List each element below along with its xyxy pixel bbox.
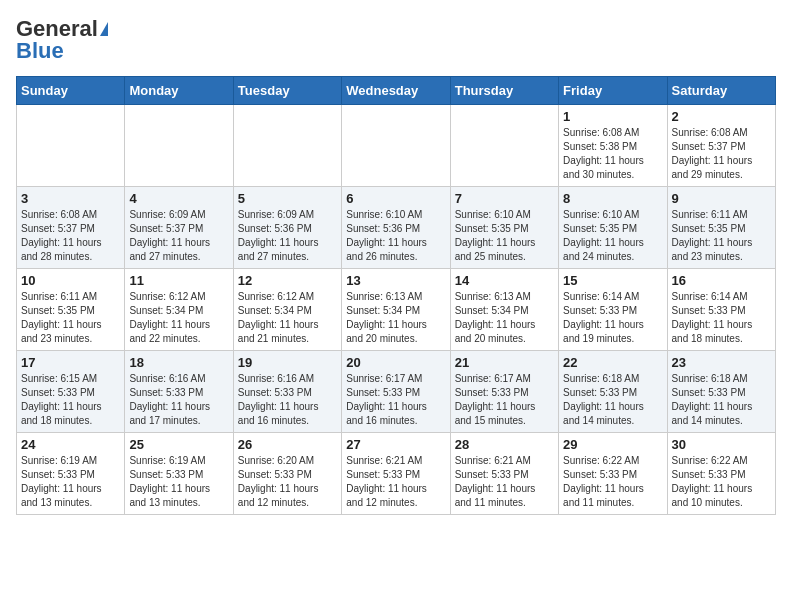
day-info: Sunrise: 6:08 AM Sunset: 5:38 PM Dayligh… xyxy=(563,126,662,182)
day-cell xyxy=(450,105,558,187)
day-number: 5 xyxy=(238,191,337,206)
day-number: 27 xyxy=(346,437,445,452)
day-cell: 9Sunrise: 6:11 AM Sunset: 5:35 PM Daylig… xyxy=(667,187,775,269)
day-number: 14 xyxy=(455,273,554,288)
day-info: Sunrise: 6:17 AM Sunset: 5:33 PM Dayligh… xyxy=(346,372,445,428)
day-number: 18 xyxy=(129,355,228,370)
day-cell: 23Sunrise: 6:18 AM Sunset: 5:33 PM Dayli… xyxy=(667,351,775,433)
day-info: Sunrise: 6:11 AM Sunset: 5:35 PM Dayligh… xyxy=(21,290,120,346)
header-thursday: Thursday xyxy=(450,77,558,105)
day-info: Sunrise: 6:08 AM Sunset: 5:37 PM Dayligh… xyxy=(21,208,120,264)
day-cell: 4Sunrise: 6:09 AM Sunset: 5:37 PM Daylig… xyxy=(125,187,233,269)
day-cell: 1Sunrise: 6:08 AM Sunset: 5:38 PM Daylig… xyxy=(559,105,667,187)
header-wednesday: Wednesday xyxy=(342,77,450,105)
header-friday: Friday xyxy=(559,77,667,105)
day-info: Sunrise: 6:11 AM Sunset: 5:35 PM Dayligh… xyxy=(672,208,771,264)
day-info: Sunrise: 6:12 AM Sunset: 5:34 PM Dayligh… xyxy=(129,290,228,346)
day-number: 12 xyxy=(238,273,337,288)
day-number: 7 xyxy=(455,191,554,206)
day-cell: 15Sunrise: 6:14 AM Sunset: 5:33 PM Dayli… xyxy=(559,269,667,351)
day-cell: 16Sunrise: 6:14 AM Sunset: 5:33 PM Dayli… xyxy=(667,269,775,351)
day-number: 13 xyxy=(346,273,445,288)
day-cell: 30Sunrise: 6:22 AM Sunset: 5:33 PM Dayli… xyxy=(667,433,775,515)
week-row-3: 10Sunrise: 6:11 AM Sunset: 5:35 PM Dayli… xyxy=(17,269,776,351)
day-info: Sunrise: 6:10 AM Sunset: 5:36 PM Dayligh… xyxy=(346,208,445,264)
day-cell: 21Sunrise: 6:17 AM Sunset: 5:33 PM Dayli… xyxy=(450,351,558,433)
day-info: Sunrise: 6:19 AM Sunset: 5:33 PM Dayligh… xyxy=(129,454,228,510)
day-cell: 7Sunrise: 6:10 AM Sunset: 5:35 PM Daylig… xyxy=(450,187,558,269)
day-number: 4 xyxy=(129,191,228,206)
day-cell: 5Sunrise: 6:09 AM Sunset: 5:36 PM Daylig… xyxy=(233,187,341,269)
day-info: Sunrise: 6:12 AM Sunset: 5:34 PM Dayligh… xyxy=(238,290,337,346)
day-info: Sunrise: 6:22 AM Sunset: 5:33 PM Dayligh… xyxy=(672,454,771,510)
day-cell: 26Sunrise: 6:20 AM Sunset: 5:33 PM Dayli… xyxy=(233,433,341,515)
day-cell: 13Sunrise: 6:13 AM Sunset: 5:34 PM Dayli… xyxy=(342,269,450,351)
day-cell: 17Sunrise: 6:15 AM Sunset: 5:33 PM Dayli… xyxy=(17,351,125,433)
logo-triangle-icon xyxy=(100,22,108,36)
day-info: Sunrise: 6:16 AM Sunset: 5:33 PM Dayligh… xyxy=(129,372,228,428)
day-number: 17 xyxy=(21,355,120,370)
day-number: 9 xyxy=(672,191,771,206)
week-row-4: 17Sunrise: 6:15 AM Sunset: 5:33 PM Dayli… xyxy=(17,351,776,433)
header-sunday: Sunday xyxy=(17,77,125,105)
day-number: 28 xyxy=(455,437,554,452)
day-cell xyxy=(233,105,341,187)
day-info: Sunrise: 6:14 AM Sunset: 5:33 PM Dayligh… xyxy=(563,290,662,346)
logo-blue: Blue xyxy=(16,38,64,64)
week-row-5: 24Sunrise: 6:19 AM Sunset: 5:33 PM Dayli… xyxy=(17,433,776,515)
day-info: Sunrise: 6:22 AM Sunset: 5:33 PM Dayligh… xyxy=(563,454,662,510)
day-info: Sunrise: 6:09 AM Sunset: 5:36 PM Dayligh… xyxy=(238,208,337,264)
calendar-table: SundayMondayTuesdayWednesdayThursdayFrid… xyxy=(16,76,776,515)
day-info: Sunrise: 6:13 AM Sunset: 5:34 PM Dayligh… xyxy=(455,290,554,346)
day-info: Sunrise: 6:09 AM Sunset: 5:37 PM Dayligh… xyxy=(129,208,228,264)
day-cell: 27Sunrise: 6:21 AM Sunset: 5:33 PM Dayli… xyxy=(342,433,450,515)
day-cell: 14Sunrise: 6:13 AM Sunset: 5:34 PM Dayli… xyxy=(450,269,558,351)
day-info: Sunrise: 6:20 AM Sunset: 5:33 PM Dayligh… xyxy=(238,454,337,510)
day-info: Sunrise: 6:21 AM Sunset: 5:33 PM Dayligh… xyxy=(455,454,554,510)
day-info: Sunrise: 6:08 AM Sunset: 5:37 PM Dayligh… xyxy=(672,126,771,182)
day-cell: 28Sunrise: 6:21 AM Sunset: 5:33 PM Dayli… xyxy=(450,433,558,515)
day-number: 24 xyxy=(21,437,120,452)
day-number: 30 xyxy=(672,437,771,452)
day-info: Sunrise: 6:18 AM Sunset: 5:33 PM Dayligh… xyxy=(672,372,771,428)
day-cell: 19Sunrise: 6:16 AM Sunset: 5:33 PM Dayli… xyxy=(233,351,341,433)
day-info: Sunrise: 6:13 AM Sunset: 5:34 PM Dayligh… xyxy=(346,290,445,346)
day-cell xyxy=(125,105,233,187)
day-number: 2 xyxy=(672,109,771,124)
day-number: 3 xyxy=(21,191,120,206)
day-number: 11 xyxy=(129,273,228,288)
day-number: 16 xyxy=(672,273,771,288)
day-number: 6 xyxy=(346,191,445,206)
page-header: General Blue xyxy=(16,16,776,64)
week-row-2: 3Sunrise: 6:08 AM Sunset: 5:37 PM Daylig… xyxy=(17,187,776,269)
day-cell: 12Sunrise: 6:12 AM Sunset: 5:34 PM Dayli… xyxy=(233,269,341,351)
day-cell: 25Sunrise: 6:19 AM Sunset: 5:33 PM Dayli… xyxy=(125,433,233,515)
day-info: Sunrise: 6:14 AM Sunset: 5:33 PM Dayligh… xyxy=(672,290,771,346)
day-cell xyxy=(17,105,125,187)
day-number: 15 xyxy=(563,273,662,288)
day-cell: 18Sunrise: 6:16 AM Sunset: 5:33 PM Dayli… xyxy=(125,351,233,433)
day-cell: 20Sunrise: 6:17 AM Sunset: 5:33 PM Dayli… xyxy=(342,351,450,433)
day-info: Sunrise: 6:10 AM Sunset: 5:35 PM Dayligh… xyxy=(455,208,554,264)
day-cell: 10Sunrise: 6:11 AM Sunset: 5:35 PM Dayli… xyxy=(17,269,125,351)
day-number: 22 xyxy=(563,355,662,370)
day-number: 10 xyxy=(21,273,120,288)
day-number: 8 xyxy=(563,191,662,206)
day-number: 29 xyxy=(563,437,662,452)
day-cell: 29Sunrise: 6:22 AM Sunset: 5:33 PM Dayli… xyxy=(559,433,667,515)
day-number: 25 xyxy=(129,437,228,452)
day-cell: 2Sunrise: 6:08 AM Sunset: 5:37 PM Daylig… xyxy=(667,105,775,187)
week-row-1: 1Sunrise: 6:08 AM Sunset: 5:38 PM Daylig… xyxy=(17,105,776,187)
day-cell: 24Sunrise: 6:19 AM Sunset: 5:33 PM Dayli… xyxy=(17,433,125,515)
day-cell: 22Sunrise: 6:18 AM Sunset: 5:33 PM Dayli… xyxy=(559,351,667,433)
day-info: Sunrise: 6:16 AM Sunset: 5:33 PM Dayligh… xyxy=(238,372,337,428)
day-number: 1 xyxy=(563,109,662,124)
header-tuesday: Tuesday xyxy=(233,77,341,105)
day-info: Sunrise: 6:17 AM Sunset: 5:33 PM Dayligh… xyxy=(455,372,554,428)
day-info: Sunrise: 6:21 AM Sunset: 5:33 PM Dayligh… xyxy=(346,454,445,510)
day-cell: 11Sunrise: 6:12 AM Sunset: 5:34 PM Dayli… xyxy=(125,269,233,351)
day-info: Sunrise: 6:15 AM Sunset: 5:33 PM Dayligh… xyxy=(21,372,120,428)
header-monday: Monday xyxy=(125,77,233,105)
day-number: 23 xyxy=(672,355,771,370)
logo: General Blue xyxy=(16,16,108,64)
